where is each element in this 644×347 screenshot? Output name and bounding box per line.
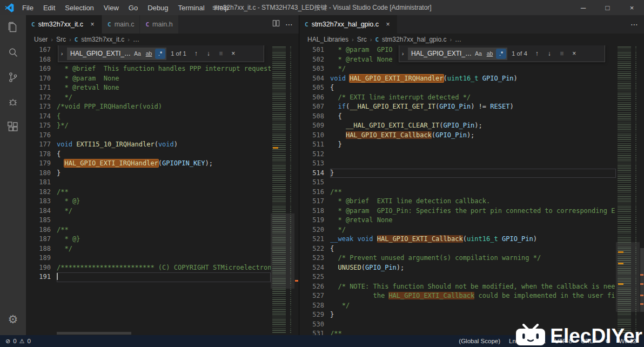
menu-go[interactable]: Go [124,0,143,15]
close-window-icon[interactable]: × [620,0,644,15]
regex-icon[interactable]: .* [496,49,506,59]
breadcrumb-item[interactable]: stm32h7xx_hal_gpio.c [382,36,446,43]
status-scope[interactable]: (Global Scope) [459,338,500,344]
code-line[interactable]: 184 */ [26,206,271,216]
code-line[interactable]: 173/*void PPP_IRQHandler(void) [26,102,271,112]
minimap[interactable] [271,45,294,335]
line-number[interactable]: 514 [304,169,324,178]
line-number[interactable]: 190 [30,263,51,273]
line-number[interactable]: 182 [30,188,51,197]
find-collapse-icon[interactable]: › [399,50,406,57]
tab-stm32h7xx-hal-gpio-c[interactable]: C stm32h7xx_hal_gpio.c × [299,15,398,34]
debug-icon[interactable] [0,90,26,115]
code-line[interactable]: 508 { [299,112,616,122]
line-number[interactable]: 521 [304,235,324,244]
line-number[interactable]: 518 [304,206,324,216]
code-line[interactable]: 520 */ [299,225,616,235]
line-number[interactable]: 167 [30,45,51,55]
find-query[interactable]: HAL_GPIO_EXTI_IRQHandler [70,50,131,57]
code-line[interactable]: 175}*/ [26,121,271,131]
line-number[interactable]: 184 [30,206,51,216]
match-case-icon[interactable]: Aa [132,49,143,59]
code-line[interactable]: 182/** [26,188,271,197]
code-line[interactable]: 188 */ [26,244,271,254]
code-line[interactable]: 523 /* Prevent unused argument(s) compil… [299,253,616,263]
tab-stm32h7xx-it-c[interactable]: C stm32h7xx_it.c × [26,15,102,34]
line-number[interactable]: 169 [30,64,51,74]
whole-word-icon[interactable]: ab [144,49,154,59]
close-find-icon[interactable]: × [228,48,239,59]
previous-match-icon[interactable]: ↑ [191,48,202,59]
breadcrumb-item[interactable]: HAL_Libraries [307,36,348,43]
line-number[interactable]: 524 [304,263,324,273]
line-number[interactable]: 512 [304,150,324,159]
settings-gear-icon[interactable]: ⚙ [0,307,26,332]
code-line[interactable]: 524 UNUSED(GPIO_Pin); [299,263,616,273]
code-line[interactable]: 511 } [299,140,616,150]
line-number[interactable]: 188 [30,244,51,254]
line-number[interactable]: 511 [304,140,324,150]
menu-view[interactable]: View [99,0,124,15]
menu-selection[interactable]: Selection [60,0,98,15]
code-line[interactable]: 526 /* NOTE: This function Should not be… [299,282,616,292]
code-line[interactable]: 172 */ [26,93,271,103]
code-area[interactable]: 167168169 * @brief This function handles… [26,45,271,335]
code-line[interactable]: 522{ [299,244,616,254]
line-number[interactable]: 517 [304,197,324,206]
line-number[interactable]: 519 [304,216,324,225]
line-number[interactable]: 510 [304,131,324,141]
line-number[interactable]: 181 [30,178,51,188]
extensions-icon[interactable] [0,115,26,139]
code-line[interactable]: 186/** [26,225,271,235]
code-line[interactable]: 170 * @param None [26,74,271,84]
line-number[interactable]: 508 [304,112,324,122]
line-number[interactable]: 191 [30,272,51,282]
code-line[interactable]: 505{ [299,83,616,93]
previous-match-icon[interactable]: ↑ [532,48,542,59]
line-number[interactable]: 503 [304,64,324,74]
match-case-icon[interactable]: Aa [473,49,484,59]
code-line[interactable]: 518 * @param GPIO_Pin: Specifies the por… [299,206,616,216]
problems-status[interactable]: ⊘ 0 ⚠ 0 [0,338,31,345]
code-line[interactable]: 515 [299,178,616,188]
close-tab-icon[interactable]: × [89,21,96,28]
line-number[interactable]: 516 [304,188,324,197]
line-number[interactable]: 527 [304,291,324,301]
code-line[interactable]: 513 [299,159,616,169]
explorer-icon[interactable] [0,15,26,40]
breadcrumb-item[interactable]: … [455,36,461,43]
tab-main-c[interactable]: C main.c [102,15,140,34]
line-number[interactable]: 171 [30,83,51,93]
whole-word-icon[interactable]: ab [485,49,495,59]
find-input[interactable]: HAL_GPIO_EXTI_IRQHandler Aa ab .* [408,48,507,60]
menu-edit[interactable]: Edit [38,0,60,15]
line-number[interactable]: 172 [30,93,51,103]
more-actions-icon[interactable]: ⋯ [285,20,293,29]
code-line[interactable]: 512 [299,150,616,159]
menu-file[interactable]: File [17,0,38,15]
horizontal-scrollbar[interactable] [57,332,131,335]
code-line[interactable]: 178{ [26,150,271,159]
line-number[interactable]: 502 [304,55,324,65]
line-number[interactable]: 180 [30,169,51,178]
minimize-icon[interactable]: ─ [571,0,595,15]
line-number[interactable]: 531 [304,329,324,335]
line-number[interactable]: 505 [304,83,324,93]
code-line[interactable]: 516/** [299,188,616,197]
code-line[interactable]: 181 [26,178,271,188]
line-number[interactable]: 526 [304,282,324,292]
line-number[interactable]: 186 [30,225,51,235]
line-number[interactable]: 178 [30,150,51,159]
line-number[interactable]: 515 [304,178,324,188]
code-line[interactable]: 187 * @} [26,235,271,244]
code-line[interactable]: 171 * @retval None [26,83,271,93]
code-line[interactable]: 169 * @brief This function handles PPP i… [26,64,271,74]
code-line[interactable]: 521__weak void HAL_GPIO_EXTI_Callback(ui… [299,235,616,244]
code-line[interactable]: 183 * @} [26,197,271,206]
tab-main-h[interactable]: C main.h [140,15,178,34]
code-line[interactable]: 529} [299,310,616,320]
code-line[interactable]: 503 */ [299,64,616,74]
source-control-icon[interactable] [0,65,26,90]
line-number[interactable]: 528 [304,301,324,311]
code-line[interactable]: 509 __HAL_GPIO_EXTI_CLEAR_IT(GPIO_Pin); [299,121,616,131]
